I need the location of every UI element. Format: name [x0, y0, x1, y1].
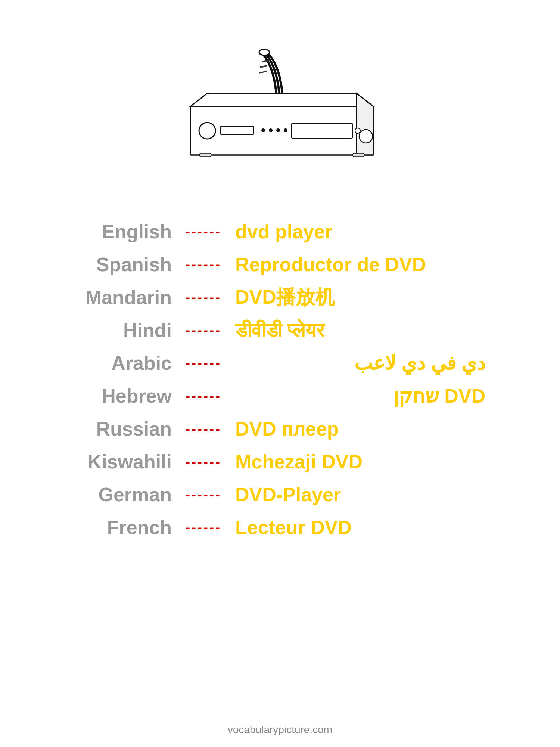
dvd-illustration	[0, 0, 560, 194]
dvd-player-image	[149, 45, 411, 172]
lang-label-hindi: Hindi	[75, 319, 179, 341]
svg-rect-18	[353, 153, 364, 157]
translation-hebrew: DVD שחקן	[228, 385, 485, 407]
svg-line-3	[259, 71, 267, 73]
svg-point-12	[276, 128, 280, 132]
translation-hindi: डीवीडी प्लेयर	[228, 319, 485, 342]
svg-marker-6	[357, 93, 373, 155]
svg-point-11	[269, 128, 273, 132]
translation-arabic: دي في دي لاعب	[228, 352, 485, 374]
dashes-5: ------	[179, 388, 228, 404]
translation-french: Lecteur DVD	[228, 516, 485, 539]
translation-spanish: Reproductor de DVD	[228, 253, 485, 276]
svg-point-0	[259, 49, 270, 55]
svg-marker-4	[190, 93, 373, 106]
svg-rect-17	[200, 153, 211, 157]
lang-label-english: English	[75, 220, 179, 243]
svg-rect-14	[291, 123, 353, 138]
svg-point-13	[284, 128, 287, 132]
lang-label-kiswahili: Kiswahili	[75, 450, 179, 473]
dashes-8: ------	[179, 487, 228, 502]
vocab-row: Kiswahili------Mchezaji DVD	[75, 447, 485, 477]
dashes-3: ------	[179, 322, 228, 338]
lang-label-mandarin: Mandarin	[75, 286, 179, 309]
translation-kiswahili: Mchezaji DVD	[228, 450, 485, 473]
translation-russian: DVD плеер	[228, 418, 485, 440]
translation-english: dvd player	[228, 220, 485, 243]
lang-label-spanish: Spanish	[75, 253, 179, 276]
vocab-row: Arabic------دي في دي لاعب	[75, 348, 485, 378]
vocab-row: French------Lecteur DVD	[75, 512, 485, 542]
lang-label-german: German	[75, 483, 179, 506]
dashes-4: ------	[179, 355, 228, 371]
lang-label-russian: Russian	[75, 418, 179, 440]
dashes-1: ------	[179, 257, 228, 272]
footer: vocabularypicture.com	[0, 724, 560, 736]
vocab-row: Hindi------डीवीडी प्लेयर	[75, 315, 485, 345]
lang-label-arabic: Arabic	[75, 352, 179, 374]
svg-point-15	[355, 128, 360, 133]
dashes-6: ------	[179, 421, 228, 437]
dashes-9: ------	[179, 520, 228, 535]
svg-rect-9	[220, 126, 254, 134]
translation-german: DVD-Player	[228, 483, 485, 506]
footer-text: vocabularypicture.com	[228, 724, 332, 735]
dashes-2: ------	[179, 289, 228, 305]
vocab-row: Hebrew------DVD שחקן	[75, 381, 485, 411]
vocab-row: Spanish------Reproductor de DVD	[75, 249, 485, 279]
svg-point-10	[261, 128, 265, 132]
vocabulary-section: English------dvd playerSpanish------Repr…	[0, 217, 560, 545]
translation-mandarin: DVD播放机	[228, 284, 485, 310]
vocab-row: German------DVD-Player	[75, 480, 485, 509]
svg-point-8	[199, 123, 215, 139]
svg-line-2	[260, 66, 267, 67]
lang-label-hebrew: Hebrew	[75, 385, 179, 407]
vocab-row: Mandarin------DVD播放机	[75, 282, 485, 312]
dashes-7: ------	[179, 454, 228, 469]
lang-label-french: French	[75, 516, 179, 539]
vocab-row: Russian------DVD плеер	[75, 414, 485, 444]
dashes-0: ------	[179, 224, 228, 239]
svg-point-16	[359, 130, 373, 143]
vocab-row: English------dvd player	[75, 217, 485, 247]
